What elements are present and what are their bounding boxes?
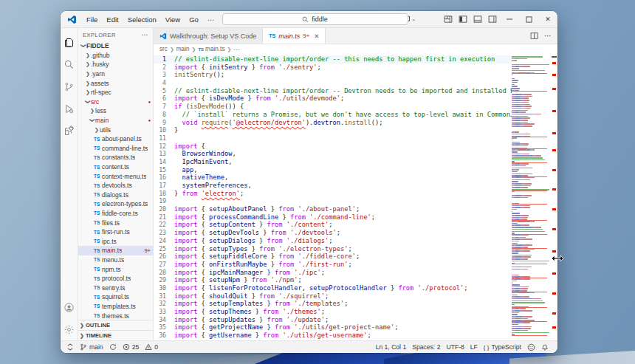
code-line-2[interactable]: 2import { initSentry } from './sentry'; xyxy=(154,63,512,72)
code-line-36[interactable]: 36import { getUsername } from './utils/g… xyxy=(154,332,512,340)
section-outline[interactable]: ❯OUTLINE xyxy=(78,320,153,330)
menu-view[interactable]: View xyxy=(161,14,185,25)
menu-file[interactable]: File xyxy=(82,14,102,25)
explorer-icon[interactable] xyxy=(61,31,78,53)
tree-item-fiddle-core.ts[interactable]: TSfiddle-core.ts xyxy=(78,209,153,219)
tab-main-ts[interactable]: TS main.ts 9+ ✕ xyxy=(263,28,326,44)
code-line-1[interactable]: 1// eslint-disable-next-line import/orde… xyxy=(154,55,512,63)
tree-item-themes.ts[interactable]: TSthemes.ts xyxy=(78,311,153,320)
status-spaces-2[interactable]: Spaces: 2 xyxy=(409,343,443,351)
code-line-16[interactable]: 16 nativeTheme, xyxy=(154,174,512,182)
tree-item-sentry.ts[interactable]: TSsentry.ts xyxy=(78,283,153,292)
code-line-35[interactable]: 35import { getProjectName } from './util… xyxy=(154,323,512,332)
tree-item-constants.ts[interactable]: TSconstants.ts xyxy=(78,153,153,162)
code-line-3[interactable]: 3initSentry(); xyxy=(154,71,512,79)
code-line-31[interactable]: 31import { shouldQuit } from './squirrel… xyxy=(154,292,512,301)
status-remote[interactable] xyxy=(64,341,77,353)
tree-item-assets[interactable]: ❯assets xyxy=(78,78,153,88)
status-utf-8[interactable]: UTF-8 xyxy=(443,343,467,351)
menu-go[interactable]: Go xyxy=(185,14,203,25)
code-line-12[interactable]: 12import { xyxy=(154,142,512,151)
code-line-22[interactable]: 22import { setupContent } from './conten… xyxy=(154,221,512,229)
tree-item-context-menu.ts[interactable]: TScontext-menu.ts xyxy=(78,171,153,181)
maximize-button[interactable] xyxy=(519,11,538,27)
code-line-21[interactable]: 21import { processCommandLine } from './… xyxy=(154,213,512,222)
customize-layout-button[interactable] xyxy=(441,11,456,27)
menu-[interactable]: ⋯ xyxy=(203,14,219,25)
code-line-8[interactable]: 8 // `install` returns a Promise, but we… xyxy=(154,111,512,119)
menu-edit[interactable]: Edit xyxy=(102,14,123,25)
code-line-18[interactable]: 18} from 'electron'; xyxy=(154,190,512,198)
accounts-icon[interactable] xyxy=(61,296,78,318)
tree-item-utils[interactable]: ❯utils xyxy=(78,125,153,134)
status-ln-1-col-1[interactable]: Ln 1, Col 1 xyxy=(373,343,410,351)
status-braces[interactable]: { }TypeScript xyxy=(481,343,524,351)
code-line-9[interactable]: 9 void require('@electron/devtron').devt… xyxy=(154,119,512,127)
toggle-secondary-sidebar-button[interactable] xyxy=(485,11,500,27)
code-line-24[interactable]: 24import { setupDialogs } from './dialog… xyxy=(154,237,512,245)
breadcrumb-item-[interactable]: ⋯ xyxy=(233,46,239,53)
tree-item-npm.ts[interactable]: TSnpm.ts xyxy=(78,264,153,274)
tree-item-.yarn[interactable]: ❯.yarn xyxy=(78,69,153,79)
tree-item-devtools.ts[interactable]: TSdevtools.ts xyxy=(78,181,153,190)
command-center-search[interactable]: fiddle xyxy=(222,13,408,25)
code-line-32[interactable]: 32import { setupTemplates } from './temp… xyxy=(154,300,512,308)
menu-selection[interactable]: Selection xyxy=(123,14,161,25)
code-line-33[interactable]: 33import { setupThemes } from './themes'… xyxy=(154,308,512,316)
status-branch[interactable]: main xyxy=(77,341,106,353)
code-line-4[interactable]: 4 xyxy=(154,79,512,87)
search-icon[interactable] xyxy=(61,53,78,75)
status-sync[interactable] xyxy=(106,341,120,353)
tree-item-about-panel.ts[interactable]: TSabout-panel.ts xyxy=(78,134,153,144)
section-timeline[interactable]: ❯TIMELINE xyxy=(78,330,153,340)
settings-icon[interactable] xyxy=(61,318,78,340)
code-line-34[interactable]: 34import { setupUpdates } from './update… xyxy=(154,316,512,324)
minimize-button[interactable] xyxy=(500,11,519,27)
tree-item-fiddle[interactable]: ❯FIDDLE xyxy=(78,41,153,51)
code-line-13[interactable]: 13 BrowserWindow, xyxy=(154,150,512,158)
status-error[interactable]: 25 xyxy=(120,341,143,353)
code-line-23[interactable]: 23import { setupDevTools } from './devto… xyxy=(154,229,512,237)
code-line-28[interactable]: 28import { ipcMainManager } from './ipc'… xyxy=(154,269,512,277)
code-line-7[interactable]: 7if (isDevMode()) { xyxy=(154,103,512,111)
code-line-25[interactable]: 25import { setupTypes } from './electron… xyxy=(154,245,512,253)
code-editor[interactable]: 1// eslint-disable-next-line import/orde… xyxy=(154,54,512,340)
status-lf[interactable]: LF xyxy=(467,343,481,351)
code-line-20[interactable]: 20import { setupAboutPanel } from './abo… xyxy=(154,205,512,213)
code-line-26[interactable]: 26import { setupFiddleCore } from './fid… xyxy=(154,253,512,261)
breadcrumb-item-main[interactable]: main xyxy=(176,46,190,52)
code-line-19[interactable]: 19 xyxy=(154,197,512,205)
tree-item-.husky[interactable]: ❯.husky xyxy=(78,60,153,69)
tree-item-ipc.ts[interactable]: TSipc.ts xyxy=(78,236,153,246)
code-line-14[interactable]: 14 IpcMainEvent, xyxy=(154,158,512,166)
code-line-17[interactable]: 17 systemPreferences, xyxy=(154,182,512,190)
explorer-more-actions-icon[interactable]: ⋯ xyxy=(142,31,149,38)
tree-item-.github[interactable]: ❯.github xyxy=(78,51,153,61)
tree-item-first-run.ts[interactable]: TSfirst-run.ts xyxy=(78,227,153,237)
code-line-15[interactable]: 15 app, xyxy=(154,166,512,174)
tab-walkthrough[interactable]: Walkthrough: Setup VS Code xyxy=(154,28,263,44)
close-button[interactable]: ✕ xyxy=(538,11,557,27)
source-control-icon[interactable] xyxy=(61,75,78,97)
tree-item-command-line.ts[interactable]: TScommand-line.ts xyxy=(78,144,153,154)
tree-item-electron-types.ts[interactable]: TSelectron-types.ts xyxy=(78,199,153,209)
close-tab-icon[interactable]: ✕ xyxy=(314,32,319,40)
status-bell[interactable] xyxy=(538,343,552,351)
tree-item-rtl-spec[interactable]: ❯rtl-spec xyxy=(78,88,153,97)
status-smiley[interactable] xyxy=(524,343,538,351)
extensions-icon[interactable] xyxy=(61,120,78,142)
breadcrumb-item-main.ts[interactable]: TSmain.ts xyxy=(198,46,224,52)
editor-more-actions-icon[interactable]: ⋯ xyxy=(544,32,552,40)
tree-item-files.ts[interactable]: TSfiles.ts xyxy=(78,218,153,227)
tree-item-menu.ts[interactable]: TSmenu.ts xyxy=(78,255,153,265)
code-line-10[interactable]: 10} xyxy=(154,126,512,134)
overview-ruler[interactable] xyxy=(550,54,557,340)
toggle-primary-sidebar-button[interactable] xyxy=(456,11,470,27)
code-line-30[interactable]: 30import { listenForProtocolHandler, set… xyxy=(154,284,512,292)
split-editor-icon[interactable] xyxy=(530,32,538,40)
breadcrumb-item-src[interactable]: src xyxy=(159,46,168,52)
tree-item-src[interactable]: ❯src● xyxy=(78,97,153,107)
tree-item-squirrel.ts[interactable]: TSsquirrel.ts xyxy=(78,292,153,302)
code-line-29[interactable]: 29import { setupNpm } from './npm'; xyxy=(154,276,512,284)
minimap[interactable] xyxy=(512,54,550,340)
